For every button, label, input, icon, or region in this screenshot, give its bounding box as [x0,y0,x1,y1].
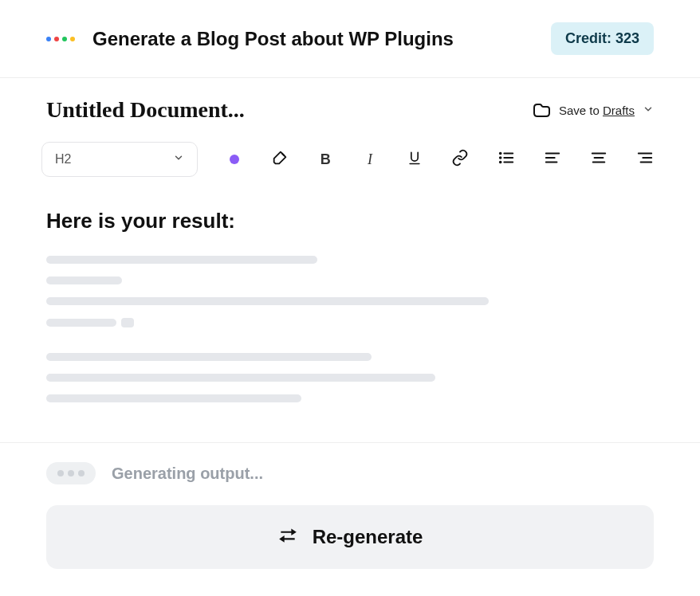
skeleton-line [46,374,435,382]
document-name[interactable]: Untitled Document... [46,97,245,123]
skeleton-line [46,297,489,305]
app-logo-dots [46,37,75,41]
editor-content[interactable]: Here is your result: [0,198,700,442]
swap-icon [277,526,298,548]
highlighter-icon [271,149,289,170]
list-icon [497,149,515,170]
link-button[interactable] [451,150,469,169]
typing-indicator [46,462,96,484]
heading-select[interactable]: H2 [41,142,198,177]
result-heading: Here is your result: [46,209,654,233]
dot-icon [57,470,64,476]
save-to-dropdown[interactable]: Save to Drafts [532,101,654,119]
save-location: Drafts [603,104,635,117]
dot-blue [46,37,51,41]
skeleton-line [46,318,654,340]
app-header: Generate a Blog Post about WP Plugins Cr… [0,0,700,78]
folder-icon [532,101,551,119]
color-swatch-icon [230,155,239,164]
bold-button[interactable]: B [317,150,333,169]
skeleton-line [46,353,372,361]
dot-icon [78,470,85,476]
link-icon [451,149,469,170]
save-to-label: Save to Drafts [559,104,635,117]
credit-badge: Credit: 323 [551,22,654,55]
underline-button[interactable] [407,150,423,169]
dot-green [62,37,67,41]
regenerate-button[interactable]: Re-generate [46,505,654,569]
italic-button[interactable]: I [362,150,378,169]
align-right-button[interactable] [636,150,654,169]
header-left: Generate a Blog Post about WP Plugins [46,28,454,50]
skeleton-line [46,394,301,402]
align-center-icon [590,149,608,170]
align-right-icon [636,149,654,170]
svg-point-6 [500,162,501,163]
editor-toolbar: H2 B I [0,131,700,198]
highlight-button[interactable] [271,150,289,169]
chevron-down-icon [173,152,184,167]
svg-point-4 [500,153,501,155]
list-button[interactable] [497,150,515,169]
chevron-down-icon [643,104,654,117]
skeleton-line [46,256,317,264]
underline-icon [407,150,423,169]
svg-point-5 [500,157,501,159]
text-color-button[interactable] [226,150,242,169]
dot-yellow [70,37,75,41]
document-bar: Untitled Document... Save to Drafts [0,78,700,131]
heading-value: H2 [55,152,71,167]
page-title: Generate a Blog Post about WP Plugins [92,28,454,50]
status-row: Generating output... [46,462,654,484]
align-center-button[interactable] [590,150,608,169]
align-left-button[interactable] [544,150,561,169]
dot-icon [68,470,74,476]
regenerate-label: Re-generate [313,526,423,548]
dot-red [54,37,59,41]
skeleton-line [46,276,122,284]
align-left-icon [544,149,561,170]
status-text: Generating output... [112,465,263,483]
footer: Generating output... Re-generate [0,442,700,596]
